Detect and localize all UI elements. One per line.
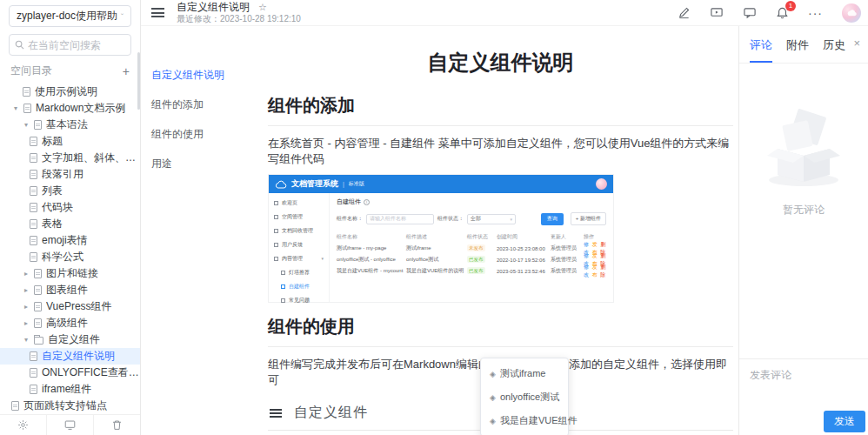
- more-ellipsis-icon[interactable]: ···: [808, 6, 823, 20]
- component-diamond-icon: ◈: [490, 370, 496, 378]
- doc-icon: [30, 219, 37, 229]
- folder-icon: [34, 337, 43, 345]
- toc-item[interactable]: 组件的添加: [151, 97, 261, 112]
- presentation-icon[interactable]: [710, 6, 724, 19]
- shot-page-title: 自建组件: [337, 197, 361, 206]
- toc-item[interactable]: 用途: [151, 157, 261, 171]
- page-title: 自定义组件说明: [268, 49, 733, 77]
- tree-item-selected[interactable]: 自定义组件说明: [0, 348, 140, 365]
- status-badge: 未发布: [467, 244, 485, 251]
- search-input[interactable]: [28, 39, 124, 51]
- menu-item[interactable]: ◈onlyoffice测试: [481, 385, 568, 409]
- menu-burger-icon[interactable]: [151, 8, 164, 17]
- edit-pencil-icon[interactable]: [678, 6, 691, 19]
- section-heading-use: 组件的使用: [268, 315, 733, 347]
- doc-icon: [23, 104, 31, 113]
- doc-title-block: 自定义组件说明 ☆ 最近修改：2023-10-28 19:12:10: [177, 2, 301, 23]
- tab-comments[interactable]: 评论: [750, 37, 772, 63]
- doc-icon: [23, 87, 30, 97]
- doc-icon: [34, 269, 42, 278]
- shot-add-button: + 新增组件: [571, 212, 606, 225]
- tree-item[interactable]: ▸图片和链接: [0, 265, 140, 282]
- doc-icon: [34, 318, 42, 328]
- tab-history[interactable]: 历史: [823, 37, 845, 63]
- outline-toc: 自定义组件说明 组件的添加 组件的使用 用途: [141, 26, 261, 435]
- tree-item[interactable]: ▾基本语法: [0, 117, 140, 133]
- tree-item[interactable]: 标题: [0, 133, 140, 150]
- doc-title: 自定义组件说明: [177, 2, 250, 13]
- doc-icon: [30, 236, 37, 245]
- notification-bell-icon[interactable]: 1: [776, 6, 789, 20]
- tree-item[interactable]: ▾自定义组件: [0, 331, 140, 348]
- right-panel-tabs: 评论 附件 历史: [739, 26, 868, 64]
- document-content: 自定义组件说明 组件的添加 在系统首页 - 内容管理 - 自建组件 菜单中可添加…: [261, 26, 738, 435]
- send-button[interactable]: 发送: [824, 411, 865, 432]
- directory-header: 空间目录 +: [0, 56, 140, 82]
- star-favorite-icon[interactable]: ☆: [258, 2, 267, 12]
- doc-icon: [30, 186, 37, 196]
- custom-component-menu: ◈测试iframe ◈onlyoffice测试 ◈我是自建VUE组件: [480, 358, 569, 435]
- cloud-logo-icon: [275, 180, 287, 189]
- chevron-down-icon[interactable]: ▾: [23, 121, 30, 129]
- component-diamond-icon: ◈: [490, 393, 496, 402]
- chevron-right-icon[interactable]: ▸: [23, 319, 30, 327]
- chevron-down-icon[interactable]: ▾: [12, 104, 19, 112]
- tree-item[interactable]: ▸图表组件: [0, 282, 140, 298]
- menu-item[interactable]: ◈测试iframe: [481, 362, 568, 385]
- tree-item[interactable]: 段落引用: [0, 166, 140, 183]
- sidebar-footer: [0, 414, 140, 435]
- display-monitor-icon[interactable]: [46, 415, 93, 435]
- message-chat-icon[interactable]: [743, 6, 757, 19]
- tree-item[interactable]: 科学公式: [0, 249, 140, 265]
- empty-box-illustration: [758, 105, 849, 189]
- close-icon[interactable]: ×: [853, 37, 860, 50]
- tree-item[interactable]: 使用示例说明: [0, 84, 140, 100]
- tree-item[interactable]: ▾Markdown文档示例: [0, 100, 140, 117]
- doc-icon: [30, 137, 37, 146]
- tab-attachments[interactable]: 附件: [786, 37, 809, 63]
- space-selector[interactable]: zyplayer-doc使用帮助 ˇ: [9, 5, 131, 27]
- comments-empty-state: 暂无评论: [739, 64, 868, 358]
- shot-table-row: 我是自建VUE组件 - mycount我是自建VUE组件的说明 已发布 2023…: [337, 265, 606, 277]
- comment-input[interactable]: [750, 368, 858, 408]
- chevron-right-icon[interactable]: ▸: [23, 270, 30, 278]
- comment-compose-area: 发送: [739, 358, 868, 435]
- embedded-screenshot-admin: 文档管理系统 | 标准版 欢迎页 空间管理 文档回收管理 用户反馈 内容管理▾ …: [268, 174, 614, 303]
- space-selector-label: zyplayer-doc使用帮助: [17, 9, 117, 23]
- shot-menu-subitem: 灯塔推荐: [269, 265, 329, 279]
- shot-search-button: 查询: [541, 213, 564, 225]
- user-avatar[interactable]: [842, 3, 861, 23]
- menu-item[interactable]: ◈我是自建VUE组件: [481, 409, 568, 432]
- search-box[interactable]: [9, 34, 131, 56]
- toc-item-active[interactable]: 自定义组件说明: [151, 68, 261, 83]
- status-badge: 已发布: [467, 267, 485, 274]
- settings-gear-icon[interactable]: [0, 415, 46, 435]
- tree-item[interactable]: ONLYOFFICE查看组件: [0, 365, 140, 381]
- tree-item[interactable]: 代码块: [0, 199, 140, 216]
- trash-icon[interactable]: [93, 415, 140, 435]
- component-diamond-icon: ◈: [490, 417, 496, 425]
- tree-item[interactable]: emoji表情: [0, 232, 140, 249]
- doc-icon: [30, 385, 37, 394]
- add-doc-icon[interactable]: +: [123, 65, 130, 77]
- chevron-right-icon[interactable]: ▸: [23, 303, 30, 311]
- shot-menu-item: 文档回收管理: [269, 224, 329, 238]
- toc-item[interactable]: 组件的使用: [151, 127, 261, 142]
- chevron-right-icon[interactable]: ▸: [23, 286, 30, 294]
- tree-item[interactable]: iframe组件: [0, 381, 140, 398]
- shot-header: 文档管理系统 | 标准版: [269, 175, 613, 193]
- status-badge: 已发布: [467, 256, 485, 263]
- tree-item[interactable]: 列表: [0, 183, 140, 199]
- tree-item[interactable]: ▸高级组件: [0, 315, 140, 331]
- chevron-down-icon[interactable]: ▾: [23, 336, 30, 344]
- tree-item[interactable]: ▸VuePress组件: [0, 298, 140, 315]
- chevron-down-icon: ˇ: [121, 12, 124, 21]
- shot-menu-item: 空间管理: [269, 210, 329, 224]
- tree-item[interactable]: 表格: [0, 216, 140, 232]
- doc-icon: [30, 203, 37, 212]
- sidebar-scrollbar[interactable]: [137, 52, 140, 110]
- doc-icon: [30, 170, 37, 179]
- shot-menu-subitem-active: 自建组件: [269, 279, 329, 293]
- tree-item[interactable]: 文字加粗、斜体、下划线、删...: [0, 150, 140, 166]
- tree-item[interactable]: 页面跳转支持锚点: [0, 398, 140, 414]
